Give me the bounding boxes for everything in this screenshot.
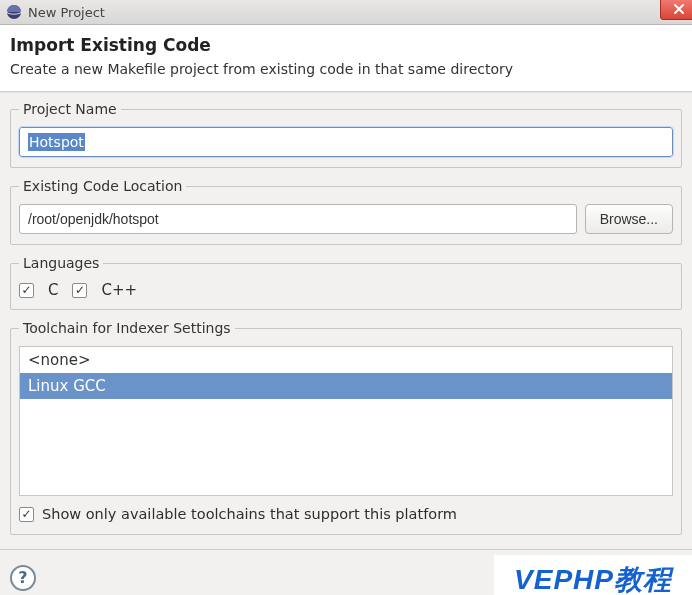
language-c-checkbox[interactable] xyxy=(19,283,34,298)
existing-code-legend: Existing Code Location xyxy=(19,178,186,194)
project-name-group: Project Name Hotspot xyxy=(10,101,682,168)
eclipse-icon xyxy=(6,4,22,20)
language-c-label: C xyxy=(48,281,58,299)
show-only-label: Show only available toolchains that supp… xyxy=(42,506,457,522)
languages-legend: Languages xyxy=(19,255,103,271)
languages-group: Languages C C++ xyxy=(10,255,682,310)
toolchain-group: Toolchain for Indexer Settings <none> Li… xyxy=(10,320,682,535)
titlebar: New Project xyxy=(0,0,692,25)
browse-button[interactable]: Browse... xyxy=(585,204,673,234)
toolchain-legend: Toolchain for Indexer Settings xyxy=(19,320,235,336)
project-name-legend: Project Name xyxy=(19,101,121,117)
toolchain-item-none[interactable]: <none> xyxy=(20,347,672,373)
window-title: New Project xyxy=(28,5,105,20)
toolchain-listbox[interactable]: <none> Linux GCC xyxy=(19,346,673,496)
language-cpp-checkbox[interactable] xyxy=(72,283,87,298)
project-name-value[interactable]: Hotspot xyxy=(28,133,85,151)
wizard-description: Create a new Makefile project from exist… xyxy=(10,61,682,77)
toolchain-item-linuxgcc[interactable]: Linux GCC xyxy=(20,373,672,399)
language-cpp-label: C++ xyxy=(101,281,137,299)
project-name-input-wrap[interactable]: Hotspot xyxy=(19,127,673,157)
help-icon[interactable]: ? xyxy=(10,565,36,591)
wizard-form: Project Name Hotspot Existing Code Locat… xyxy=(0,93,692,549)
watermark-overlay: VEPHP教程 xyxy=(494,555,692,595)
wizard-button-bar: ? VEPHP教程 xyxy=(0,549,692,595)
existing-code-group: Existing Code Location Browse... xyxy=(10,178,682,245)
window-close-button[interactable] xyxy=(660,0,692,20)
wizard-heading: Import Existing Code xyxy=(10,35,682,55)
wizard-banner: Import Existing Code Create a new Makefi… xyxy=(0,25,692,91)
existing-code-input[interactable] xyxy=(19,204,577,234)
show-only-checkbox[interactable] xyxy=(19,507,34,522)
